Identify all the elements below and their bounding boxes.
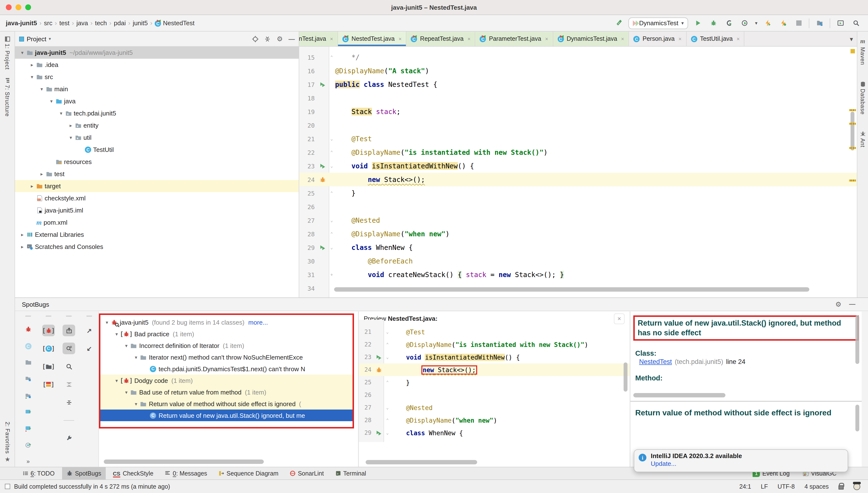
tool-window-button-ant[interactable]: Ant <box>857 131 868 148</box>
preview-code[interactable]: 21⌄ @Test22⌃ @DisplayName("is instantiat… <box>359 320 630 442</box>
update-link[interactable]: Update... <box>651 460 843 467</box>
profiler-button[interactable] <box>739 18 750 28</box>
more-actions-icon[interactable]: » <box>22 457 35 467</box>
tree-down-arrow-icon[interactable]: ▾ <box>58 111 65 116</box>
toolwindow-button-spotbugs[interactable]: SpotBugs <box>62 467 106 479</box>
class-link[interactable]: NestedTest <box>639 358 672 366</box>
preview-vertical-scrollbar[interactable] <box>624 363 627 391</box>
toolwindow-button-0-messages[interactable]: 0: Messages <box>161 467 212 479</box>
project-tree-item-java-junit5-iml[interactable]: java-junit5.iml <box>15 204 299 216</box>
debug-hotswap-button[interactable] <box>778 18 789 28</box>
tree-down-arrow-icon[interactable]: ▾ <box>113 378 120 383</box>
file-encoding[interactable]: UTF-8 <box>778 483 795 490</box>
import-results-icon[interactable]: ↙ <box>83 343 95 354</box>
toolbar-divider[interactable] <box>63 414 75 426</box>
group-by-class-icon[interactable]: [C] <box>42 343 55 354</box>
project-tree-item-util[interactable]: ▾util <box>15 131 299 144</box>
highlighting-level-icon[interactable] <box>853 483 860 490</box>
breadcrumb-item[interactable]: test <box>59 19 71 27</box>
bug-tree-item[interactable]: ▾java-junit5(found 2 bug items in 14 cla… <box>100 316 352 328</box>
code-line-26[interactable]: 26 <box>359 389 630 401</box>
gear-icon[interactable]: ⚙ <box>835 300 841 308</box>
code-line-18[interactable]: 18 <box>299 91 857 105</box>
close-tab-icon[interactable]: × <box>398 36 402 42</box>
bug-gutter-icon[interactable] <box>375 367 382 373</box>
group-by-bug-category-icon[interactable]: [] <box>42 325 55 336</box>
inspection-status-square[interactable] <box>850 49 855 53</box>
editor-horizontal-scrollbar[interactable] <box>334 287 809 292</box>
tree-down-arrow-icon[interactable]: ▾ <box>103 320 111 325</box>
minimize-window-button[interactable] <box>16 4 21 10</box>
code-line-20[interactable]: 20 <box>299 119 857 132</box>
run-button[interactable] <box>693 18 704 28</box>
preview-horizontal-scrollbar[interactable] <box>366 460 477 464</box>
analyze-module-icon[interactable] <box>22 374 35 384</box>
fold-marker[interactable]: ⌃ <box>384 418 391 423</box>
export-results-icon[interactable]: ↗ <box>83 325 95 336</box>
bug-tree-item[interactable]: CReturn value of new java.util.Stack() i… <box>100 410 352 421</box>
fold-marker[interactable]: ⌃ <box>384 342 391 347</box>
tree-down-arrow-icon[interactable]: ▾ <box>38 86 45 92</box>
more-link[interactable]: more... <box>248 319 268 326</box>
close-tab-icon[interactable]: × <box>737 36 740 42</box>
code-line-27[interactable]: 27⌄ @Nested <box>299 214 857 227</box>
close-tab-icon[interactable]: × <box>467 36 471 42</box>
project-tree-item-tech-pdai-junit5[interactable]: ▾tech.pdai.junit5 <box>15 107 299 120</box>
toolwindow-button-sequence-diagram[interactable]: Sequence Diagram <box>214 467 283 479</box>
tool-window-button-structure[interactable]: 7: Structure <box>0 78 15 116</box>
warning-stripe-mark[interactable] <box>849 147 856 149</box>
code-line-21[interactable]: 21⌄ @Test <box>359 326 630 338</box>
toolwindow-button-sonarlint[interactable]: SonarLint <box>285 467 328 479</box>
run-configuration-select[interactable]: DynamicsTest ▾ <box>629 17 688 29</box>
project-tree-item-entity[interactable]: ▸entity <box>15 120 299 131</box>
line-separator[interactable]: LF <box>761 483 768 490</box>
toggle-toolwindows-icon[interactable] <box>5 484 10 489</box>
tool-window-button-maven[interactable]: mMaven <box>857 37 868 65</box>
project-view-select[interactable]: Project ▾ <box>19 35 51 42</box>
code-line-19[interactable]: 19 Stack stack; <box>299 105 857 119</box>
code-line-21[interactable]: 21⌄ @Test <box>299 132 857 146</box>
toolbar-drag-handle[interactable]: ══ <box>83 315 95 318</box>
breadcrumb-item[interactable]: tech <box>94 19 108 27</box>
preview-toggle-icon[interactable] <box>63 343 75 354</box>
breadcrumb-item[interactable]: pdai <box>113 19 127 27</box>
debug-button[interactable] <box>708 18 719 28</box>
fold-marker[interactable]: ⌄ <box>328 218 335 223</box>
code-line-27[interactable]: 27⌄ @Nested <box>359 401 630 414</box>
run-test-gutter-icon[interactable] <box>375 354 382 360</box>
project-tree-item-test[interactable]: ▸test <box>15 168 299 180</box>
tree-right-arrow-icon[interactable]: ▸ <box>38 171 45 177</box>
tree-right-arrow-icon[interactable]: ▸ <box>29 184 36 189</box>
stop-button[interactable] <box>793 18 804 28</box>
tool-window-button-favorites[interactable]: 2: Favorites ★ <box>0 422 15 463</box>
editor-tab-testutil-java[interactable]: CTestUtil.java× <box>686 31 745 46</box>
code-line-31[interactable]: 31+ void createNewStack() { stack = new … <box>299 268 857 281</box>
fold-marker[interactable]: ⌃ <box>384 380 391 385</box>
run-test-gutter-icon[interactable] <box>319 244 326 251</box>
code-line-23[interactable]: 23⌄ void isInstantiatedWithNew() { <box>299 159 857 173</box>
group-by-priority-icon[interactable]: [] <box>42 379 55 390</box>
project-tree-item-resources[interactable]: resources <box>15 156 299 168</box>
bug-tree-item[interactable]: Ctech.pdai.junit5.DynamicsTest$1.next() … <box>100 363 352 374</box>
code-editor[interactable]: 15⌃ */16@DisplayName("A stack")17public … <box>299 47 857 297</box>
fold-marker[interactable]: ⌃ <box>328 232 335 236</box>
tree-down-arrow-icon[interactable]: ▾ <box>29 74 36 80</box>
analyze-run-icon[interactable] <box>22 324 35 334</box>
editor-tab-repeattest-java[interactable]: CRepeatTest.java× <box>407 31 476 46</box>
indent-style[interactable]: 4 spaces <box>804 483 829 490</box>
breadcrumb-item[interactable]: java-junit5 <box>5 19 38 27</box>
breadcrumb-item[interactable]: CNestedTest <box>154 19 196 27</box>
fold-marker[interactable]: ⌃ <box>328 191 335 196</box>
code-line-15[interactable]: 15⌃ */ <box>299 50 857 64</box>
gear-icon[interactable]: ⚙ <box>277 35 283 43</box>
project-tree-item-external-libraries[interactable]: ▸External Libraries <box>15 229 299 241</box>
warning-stripe-mark[interactable] <box>849 123 856 125</box>
toolwindow-button-checkstyle[interactable]: CSCheckStyle <box>109 467 158 479</box>
code-line-28[interactable]: 28⌃ @DisplayName("when new") <box>359 414 630 427</box>
code-line-22[interactable]: 22⌃ @DisplayName("is instantiated with n… <box>359 338 630 351</box>
project-tree-item-main[interactable]: ▾main <box>15 83 299 95</box>
search-everywhere-icon[interactable] <box>850 18 861 28</box>
toolwindow-button-6-todo[interactable]: 6: TODO <box>18 467 59 479</box>
analyze-changed-icon[interactable] <box>22 390 35 401</box>
code-line-29[interactable]: 29⌄ class WhenNew { <box>299 241 857 254</box>
